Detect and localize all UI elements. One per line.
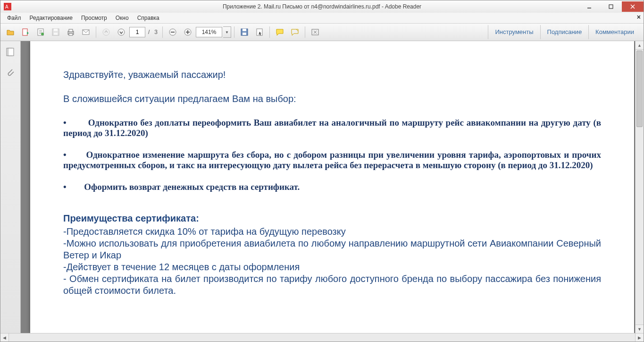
zoom-in-button[interactable] bbox=[181, 25, 195, 39]
advantage-3: -Действует в течение 12 месяцев с даты о… bbox=[63, 261, 601, 273]
adobe-reader-icon: A bbox=[3, 2, 12, 11]
thumbnails-icon[interactable] bbox=[4, 46, 17, 58]
separator bbox=[96, 26, 96, 38]
horizontal-scrollbar[interactable]: ◀ ▶ bbox=[0, 333, 644, 342]
close-button[interactable] bbox=[622, 1, 644, 12]
comments-pane-button[interactable]: Комментарии bbox=[588, 25, 641, 39]
pdf-page: Здравствуйте, уважаемый пассажир! В слож… bbox=[30, 41, 634, 333]
svg-point-16 bbox=[103, 29, 109, 35]
zoom-dropdown[interactable]: ▼ bbox=[223, 26, 231, 38]
zoom-out-button[interactable] bbox=[166, 25, 180, 39]
minimize-button[interactable] bbox=[578, 1, 600, 12]
highlight-button[interactable] bbox=[288, 25, 302, 39]
create-pdf-button[interactable] bbox=[33, 25, 48, 39]
attachments-icon[interactable] bbox=[4, 66, 17, 78]
email-button[interactable] bbox=[79, 25, 93, 39]
svg-rect-14 bbox=[69, 34, 73, 35]
advantage-1: -Предоставляется скидка 10% от тарифа на… bbox=[63, 226, 601, 238]
zoom-level[interactable]: 141% bbox=[196, 27, 222, 37]
menu-file[interactable]: Файл bbox=[3, 14, 25, 22]
scroll-thumb[interactable] bbox=[636, 51, 643, 127]
svg-rect-25 bbox=[243, 33, 246, 35]
separator bbox=[234, 26, 234, 38]
svg-point-17 bbox=[118, 29, 125, 35]
intro-text: В сложившейся ситуации предлагаем Вам на… bbox=[63, 94, 601, 104]
page-total: 3 bbox=[152, 29, 159, 35]
comment-button[interactable] bbox=[273, 25, 287, 39]
content-area: Здравствуйте, уважаемый пассажир! В слож… bbox=[0, 41, 644, 333]
separator bbox=[305, 26, 305, 38]
read-mode-button[interactable] bbox=[308, 25, 322, 39]
document-close-icon[interactable]: × bbox=[637, 13, 641, 21]
select-tool-button[interactable] bbox=[252, 25, 267, 39]
save-button[interactable] bbox=[49, 25, 63, 39]
svg-text:A: A bbox=[5, 4, 8, 9]
window-controls bbox=[578, 1, 644, 12]
scroll-up-icon[interactable]: ▲ bbox=[636, 41, 644, 50]
open-button[interactable] bbox=[3, 25, 17, 39]
page-number-input[interactable] bbox=[129, 27, 145, 37]
toolbar: / 3 141% ▼ Инструменты Подписан bbox=[0, 24, 644, 41]
advantage-4: - Обмен сертификата на билет производитс… bbox=[63, 273, 601, 297]
page-separator: / bbox=[146, 29, 151, 35]
tools-pane-button[interactable]: Инструменты bbox=[488, 25, 540, 39]
page-up-button[interactable] bbox=[99, 25, 113, 39]
bullet-2-text: Однократное изменение маршрута без сбора… bbox=[63, 150, 601, 170]
svg-rect-10 bbox=[54, 29, 58, 31]
svg-rect-29 bbox=[8, 48, 14, 56]
window-title: Приложение 2. Mail.ru Письмо от n4@nordw… bbox=[0, 3, 644, 10]
menu-window[interactable]: Окно bbox=[112, 14, 133, 22]
svg-rect-11 bbox=[54, 33, 58, 35]
convert-pdf-button[interactable] bbox=[18, 25, 33, 39]
menu-view[interactable]: Просмотр bbox=[77, 14, 111, 22]
app-window: A Приложение 2. Mail.ru Письмо от n4@nor… bbox=[0, 0, 644, 342]
advantages-heading: Преимущества сертификата: bbox=[63, 213, 601, 224]
greeting-text: Здравствуйте, уважаемый пассажир! bbox=[63, 69, 601, 80]
bullet-2: • Однократное изменение маршрута без сбо… bbox=[63, 150, 601, 171]
nav-sidebar bbox=[0, 41, 21, 333]
right-panes: Инструменты Подписание Комментарии bbox=[488, 25, 641, 39]
svg-rect-13 bbox=[69, 29, 73, 32]
advantage-2: -Можно использовать для приобретения ави… bbox=[63, 238, 601, 261]
svg-rect-6 bbox=[23, 29, 27, 35]
menu-edit[interactable]: Редактирование bbox=[26, 14, 76, 22]
save-floppy-button[interactable] bbox=[237, 25, 251, 39]
menu-help[interactable]: Справка bbox=[134, 14, 163, 22]
scroll-left-icon[interactable]: ◀ bbox=[0, 333, 9, 342]
separator bbox=[162, 26, 163, 38]
bullet-1: • Однократно без доплаты переоформить Ва… bbox=[63, 118, 601, 138]
svg-rect-24 bbox=[243, 29, 246, 31]
sign-pane-button[interactable]: Подписание bbox=[540, 25, 589, 39]
document-viewport[interactable]: Здравствуйте, уважаемый пассажир! В слож… bbox=[21, 41, 644, 333]
titlebar: A Приложение 2. Mail.ru Письмо от n4@nor… bbox=[0, 0, 644, 13]
svg-rect-3 bbox=[609, 5, 613, 9]
print-button[interactable] bbox=[64, 25, 78, 39]
scroll-right-icon[interactable]: ▶ bbox=[635, 333, 644, 342]
bullet-3: • Оформить возврат денежных средств на с… bbox=[63, 182, 601, 192]
vertical-scrollbar[interactable]: ▲ ▼ bbox=[635, 41, 644, 333]
bullet-1-text: Однократно без доплаты переоформить Ваш … bbox=[63, 118, 601, 138]
scroll-down-icon[interactable]: ▼ bbox=[636, 325, 644, 333]
maximize-button[interactable] bbox=[600, 1, 622, 12]
svg-point-8 bbox=[41, 33, 44, 35]
separator bbox=[269, 26, 270, 38]
bullet-3-text: Оформить возврат денежных средств на сер… bbox=[84, 182, 300, 192]
page-down-button[interactable] bbox=[114, 25, 128, 39]
menubar: Файл Редактирование Просмотр Окно Справк… bbox=[0, 13, 644, 24]
